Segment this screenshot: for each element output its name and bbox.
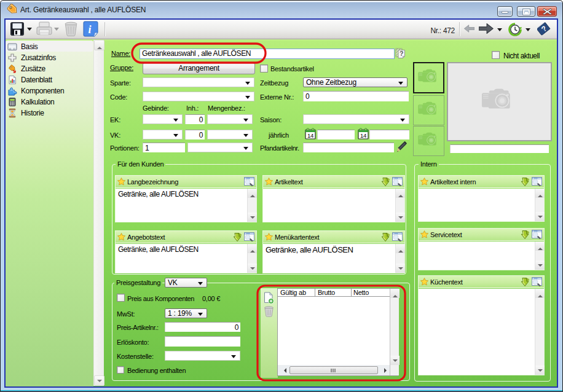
svg-text:i: i — [89, 23, 92, 36]
svg-text:?: ? — [400, 50, 403, 57]
svg-text:14: 14 — [307, 132, 313, 139]
svg-text:14: 14 — [360, 132, 366, 139]
